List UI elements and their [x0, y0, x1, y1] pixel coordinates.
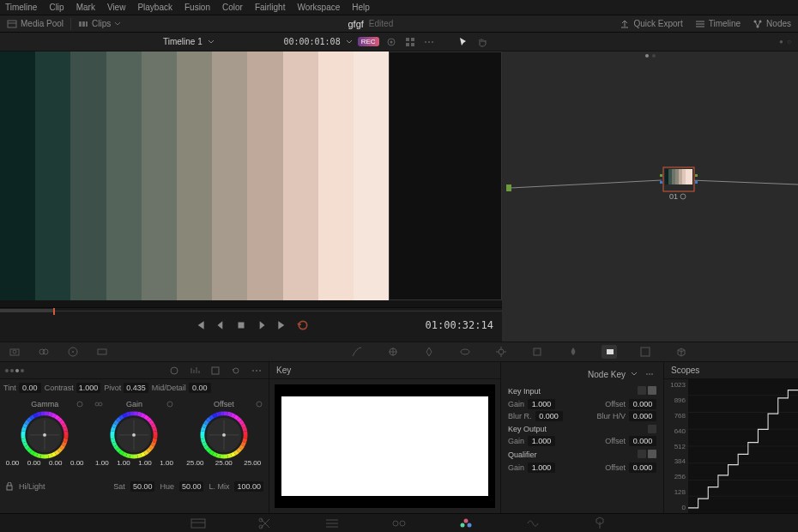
next-clip-icon[interactable] — [276, 319, 288, 331]
color-node[interactable] — [660, 167, 698, 191]
waveform-scope[interactable] — [688, 379, 798, 513]
options-icon[interactable] — [422, 35, 436, 49]
options-icon[interactable] — [643, 367, 656, 381]
pointer-tool-icon[interactable] — [456, 35, 470, 49]
matte-icon[interactable] — [648, 386, 656, 395]
window-icon[interactable] — [457, 345, 473, 359]
wheel-gain[interactable]: Gain1.001.001.001.00 — [89, 396, 178, 479]
play-icon[interactable] — [256, 319, 268, 331]
reset-all-icon[interactable] — [229, 364, 243, 378]
chevron-down-icon[interactable] — [346, 39, 353, 45]
wheels-icon[interactable] — [65, 345, 81, 359]
stop-icon[interactable] — [235, 319, 247, 331]
prev-clip-icon[interactable] — [194, 319, 206, 331]
invert-icon[interactable] — [638, 450, 646, 458]
invert-icon[interactable] — [638, 386, 646, 395]
matte-icon[interactable] — [648, 450, 656, 458]
options-icon[interactable] — [250, 364, 263, 378]
color-page-icon[interactable] — [458, 517, 474, 530]
wheel-value[interactable]: 1.00 — [95, 459, 109, 467]
sizing-icon[interactable] — [638, 345, 653, 359]
ko-gain-value[interactable]: 1.000 — [528, 436, 555, 446]
qualifier-icon[interactable] — [421, 345, 437, 359]
nodekey-label[interactable]: Node Key — [588, 370, 626, 379]
tint-value[interactable]: 0.00 — [19, 383, 41, 393]
media-page-icon[interactable] — [190, 517, 206, 530]
wheel-value[interactable]: 25.00 — [215, 459, 233, 467]
menu-view[interactable]: View — [107, 3, 126, 12]
menu-fairlight[interactable]: Fairlight — [255, 3, 286, 12]
ki-offset-value[interactable]: 0.000 — [629, 399, 656, 409]
ko-offset-value[interactable]: 0.000 — [629, 436, 656, 446]
wheel-value[interactable]: 0.00 — [6, 459, 20, 467]
lmix-value[interactable]: 100.00 — [234, 481, 263, 492]
curves-icon[interactable] — [349, 345, 365, 359]
q-offset-value[interactable]: 0.000 — [629, 462, 656, 473]
middetail-value[interactable]: 0.00 — [189, 383, 211, 393]
grid-icon[interactable] — [403, 35, 417, 49]
transport-timecode[interactable]: 01:00:32:14 — [426, 319, 493, 331]
ki-blurhv-value[interactable]: 0.000 — [629, 411, 656, 421]
contrast-value[interactable]: 1.000 — [76, 383, 101, 393]
bypass-icon[interactable] — [384, 35, 398, 49]
reset-icon[interactable] — [166, 400, 174, 408]
wheel-value[interactable]: 25.00 — [244, 459, 261, 467]
reset-icon[interactable] — [76, 400, 84, 408]
log-mode-icon[interactable] — [209, 364, 222, 378]
edit-page-icon[interactable] — [324, 517, 340, 530]
ki-blur-value[interactable]: 0.000 — [535, 411, 563, 421]
timeline-name[interactable]: Timeline 1 — [163, 37, 203, 46]
wheel-value[interactable]: 1.00 — [138, 459, 152, 467]
invert-icon[interactable] — [648, 425, 656, 433]
3d-icon[interactable] — [674, 345, 689, 359]
wheel-value[interactable]: 0.00 — [70, 459, 84, 467]
menu-timeline[interactable]: Timeline — [5, 3, 37, 12]
warper-icon[interactable] — [385, 345, 401, 359]
key-icon[interactable] — [602, 345, 617, 359]
blur-icon[interactable] — [565, 345, 581, 359]
wheel-value[interactable]: 25.00 — [186, 459, 203, 467]
step-back-icon[interactable] — [215, 319, 227, 331]
lock-icon[interactable] — [5, 482, 14, 491]
ki-gain-value[interactable]: 1.000 — [528, 399, 555, 409]
loop-icon[interactable] — [297, 319, 309, 331]
menu-help[interactable]: Help — [352, 3, 370, 12]
timeline-button[interactable]: Timeline — [695, 19, 741, 29]
fusion-page-icon[interactable] — [391, 517, 407, 530]
wheel-value[interactable]: 0.00 — [49, 459, 63, 467]
menu-color[interactable]: Color — [222, 3, 243, 12]
scrub-bar[interactable] — [0, 308, 502, 315]
wheels-mode-icon[interactable] — [167, 364, 181, 378]
menu-workspace[interactable]: Workspace — [297, 3, 340, 12]
menu-fusion[interactable]: Fusion — [184, 3, 210, 12]
wheel-gamma[interactable]: Gamma0.000.000.000.00 — [0, 396, 89, 479]
node-graph[interactable]: 01 — [502, 51, 798, 342]
wheel-value[interactable]: 1.00 — [117, 459, 130, 467]
chevron-down-icon[interactable] — [208, 39, 215, 45]
menu-mark[interactable]: Mark — [76, 3, 95, 12]
menu-clip[interactable]: Clip — [49, 3, 63, 12]
viewer-timecode[interactable]: 00:00:01:08 — [283, 37, 340, 46]
hue-value[interactable]: 50.00 — [179, 481, 204, 492]
cut-page-icon[interactable] — [257, 517, 273, 530]
camera-raw-icon[interactable] — [7, 345, 22, 359]
hand-tool-icon[interactable] — [475, 35, 489, 49]
color-match-icon[interactable] — [36, 345, 51, 359]
menu-playback[interactable]: Playback — [137, 3, 172, 12]
hdr-icon[interactable] — [94, 345, 110, 359]
bars-mode-icon[interactable] — [188, 364, 202, 378]
fairlight-page-icon[interactable] — [525, 517, 541, 530]
wheel-offset[interactable]: Offset25.0025.0025.00 — [179, 396, 269, 479]
rec-pill[interactable]: REC — [358, 37, 379, 46]
nodes-button[interactable]: Nodes — [753, 19, 791, 29]
quick-export-button[interactable]: Quick Export — [620, 19, 682, 29]
node-input-icon[interactable] — [506, 184, 511, 191]
reset-icon[interactable] — [255, 400, 263, 408]
media-pool-button[interactable]: Media Pool — [7, 19, 63, 29]
wheel-value[interactable]: 0.00 — [27, 459, 41, 467]
pivot-value[interactable]: 0.435 — [124, 383, 148, 393]
q-gain-value[interactable]: 1.000 — [528, 462, 555, 473]
clips-button[interactable]: Clips — [78, 19, 121, 29]
chevron-down-icon[interactable] — [631, 371, 638, 378]
deliver-page-icon[interactable] — [592, 517, 608, 530]
